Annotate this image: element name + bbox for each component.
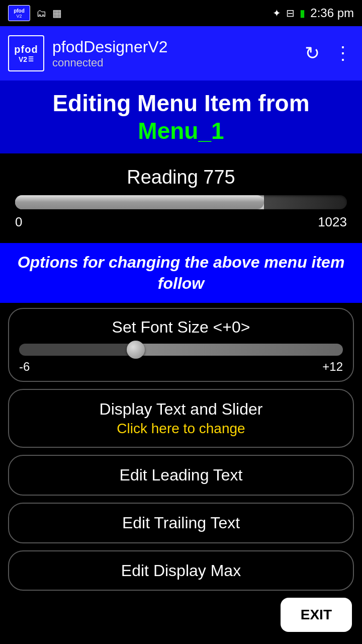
edit-leading-label: Edit Leading Text xyxy=(120,466,243,485)
barcode-icon: ▦ xyxy=(52,7,62,19)
reading-slider-fill xyxy=(15,195,264,209)
slider-min-label: 0 xyxy=(15,214,22,230)
status-bar: pfod V2 🗂 ▦ ✦ ⊟ ▮ 2:36 pm xyxy=(0,0,362,26)
app-bar-actions: ↻ ⋮ xyxy=(303,41,354,66)
reading-label: Reading 775 xyxy=(15,167,347,188)
font-slider-min: -6 xyxy=(19,360,30,374)
reading-slider-labels: 0 1023 xyxy=(15,214,347,230)
edit-display-max-label: Edit Display Max xyxy=(121,561,241,580)
folder-icon: 🗂 xyxy=(36,8,46,19)
display-text-slider-button[interactable]: Display Text and Slider Click here to ch… xyxy=(8,389,354,448)
app-title-group: pfodDesignerV2 connected xyxy=(52,38,295,69)
reading-section: Reading 775 0 1023 xyxy=(0,156,362,240)
reading-slider-container[interactable] xyxy=(15,195,347,209)
app-icon-small: pfod V2 xyxy=(8,5,30,21)
font-size-label: Set Font Size <+0> xyxy=(19,318,343,337)
exit-button-container: EXIT xyxy=(281,598,352,632)
font-slider-thumb[interactable] xyxy=(127,341,145,359)
options-banner: Options for changing the above menu item… xyxy=(0,243,362,303)
sim-icon: ⊟ xyxy=(286,7,295,19)
font-slider-max: +12 xyxy=(322,360,343,374)
app-subtitle: connected xyxy=(52,56,295,69)
status-time: 2:36 pm xyxy=(310,6,354,20)
click-here-label: Click here to change xyxy=(117,421,245,437)
editing-menu-name: Menu_1 xyxy=(8,117,354,144)
font-slider-track[interactable] xyxy=(19,344,343,356)
status-bar-right: ✦ ⊟ ▮ 2:36 pm xyxy=(273,6,354,20)
edit-trailing-text-button[interactable]: Edit Trailing Text xyxy=(8,503,354,543)
editing-title: Editing Menu Item from xyxy=(8,90,354,117)
app-bar: pfod V2 ☰ pfodDesignerV2 connected ↻ ⋮ xyxy=(0,26,362,80)
reading-slider-track[interactable] xyxy=(15,195,347,209)
app-title: pfodDesignerV2 xyxy=(52,38,295,56)
font-size-control[interactable]: Set Font Size <+0> -6 +12 xyxy=(8,308,354,382)
refresh-button[interactable]: ↻ xyxy=(303,41,322,66)
exit-button[interactable]: EXIT xyxy=(281,598,352,632)
editing-header: Editing Menu Item from Menu_1 xyxy=(0,80,362,153)
options-text: Options for changing the above menu item… xyxy=(10,252,352,294)
edit-trailing-label: Edit Trailing Text xyxy=(122,514,240,532)
slider-max-label: 1023 xyxy=(318,214,347,230)
bluetooth-icon: ✦ xyxy=(273,7,281,19)
app-logo: pfod V2 ☰ xyxy=(8,35,44,71)
battery-icon: ▮ xyxy=(300,7,305,19)
font-slider-labels: -6 +12 xyxy=(19,360,343,374)
status-bar-left: pfod V2 🗂 ▦ xyxy=(8,5,62,21)
edit-display-max-button[interactable]: Edit Display Max xyxy=(8,550,354,591)
buttons-section: Set Font Size <+0> -6 +12 Display Text a… xyxy=(0,303,362,596)
font-slider-wrapper[interactable] xyxy=(19,344,343,356)
display-text-slider-label: Display Text and Slider xyxy=(100,400,263,419)
more-button[interactable]: ⋮ xyxy=(332,41,354,66)
edit-leading-text-button[interactable]: Edit Leading Text xyxy=(8,455,354,496)
